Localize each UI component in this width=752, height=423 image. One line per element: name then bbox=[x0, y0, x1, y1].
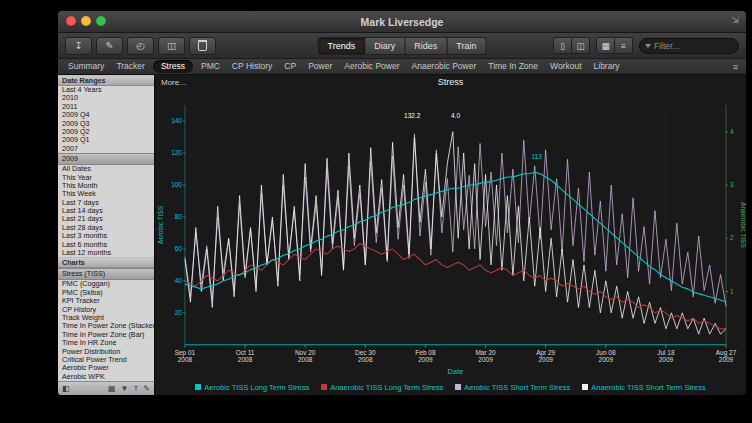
sidebar-item-this-month[interactable]: This Month bbox=[58, 182, 154, 190]
sidebar-item-last-7-days[interactable]: Last 7 days bbox=[58, 199, 154, 207]
svg-text:140: 140 bbox=[171, 117, 182, 124]
import-icon[interactable]: ↧ bbox=[65, 37, 92, 55]
annotation-132-2: 132.2 bbox=[404, 112, 421, 119]
tab-cp-history[interactable]: CP History bbox=[226, 59, 278, 74]
toolbar-segment-1: ▯◫ bbox=[553, 37, 590, 54]
content: Date RangesLast 4 Years201020112009 Q420… bbox=[58, 75, 746, 395]
single-pane-icon[interactable]: ▯ bbox=[553, 37, 572, 54]
sidebar-item-time-in-power-zone-stacked[interactable]: Time In Power Zone (Stacked) bbox=[58, 322, 154, 330]
svg-text:20: 20 bbox=[175, 309, 183, 316]
interval-timer-icon[interactable]: ◴ bbox=[127, 37, 154, 55]
sidebar-item-2010[interactable]: 2010 bbox=[58, 94, 154, 102]
sidebar-item-last-3-months[interactable]: Last 3 months bbox=[58, 232, 154, 240]
sidebar-item-cp-history[interactable]: CP History bbox=[58, 306, 154, 314]
tab-pmc[interactable]: PMC bbox=[195, 59, 226, 74]
compose-icon[interactable]: ✎ bbox=[96, 37, 123, 55]
sidebar-item-aerobic-wpk[interactable]: Aerobic WPK bbox=[58, 373, 154, 381]
tab-list: SummaryTrackerStressPMCCP HistoryCPPower… bbox=[62, 59, 729, 74]
toolbar-buttons: ↧✎◴◫ bbox=[65, 37, 216, 55]
more-link[interactable]: More... bbox=[161, 78, 186, 87]
sidebar-toggle-icon[interactable]: ◫ bbox=[158, 37, 185, 55]
chart-legend: Aerobic TISS Long Term StressAnaerobic T… bbox=[155, 379, 746, 395]
sidebar-item-stress-tiss[interactable]: Stress (TISS) bbox=[58, 268, 154, 280]
sidebar-item-2009-q2[interactable]: 2009 Q2 bbox=[58, 128, 154, 136]
chart-area: More... Stress Sep 012008Oct 112008Nov 2… bbox=[155, 75, 746, 395]
sidebar: Date RangesLast 4 Years201020112009 Q420… bbox=[58, 75, 155, 395]
list-view-icon[interactable]: ≡ bbox=[615, 37, 633, 54]
tab-power[interactable]: Power bbox=[302, 59, 338, 74]
sidebar-item-last-4-years[interactable]: Last 4 Years bbox=[58, 86, 154, 94]
minimize-button[interactable] bbox=[81, 16, 91, 26]
sidebar-item-2007[interactable]: 2007 bbox=[58, 145, 154, 153]
close-button[interactable] bbox=[66, 16, 76, 26]
zoom-button[interactable] bbox=[96, 16, 106, 26]
view-tab-train[interactable]: Train bbox=[447, 37, 486, 55]
toolbar-right: ▯◫▦≡ bbox=[553, 37, 739, 54]
tab-anaerobic-power[interactable]: Anaerobic Power bbox=[406, 59, 483, 74]
edit-pencil-icon[interactable]: ✎ bbox=[143, 384, 150, 393]
sidebar-item-this-year[interactable]: This Year bbox=[58, 174, 154, 182]
tab-summary[interactable]: Summary bbox=[62, 59, 110, 74]
svg-text:Nov 202008: Nov 202008 bbox=[295, 349, 316, 363]
filter-field[interactable] bbox=[639, 38, 739, 54]
tab-stress[interactable]: Stress bbox=[153, 60, 193, 73]
sidebar-item-2009[interactable]: 2009 bbox=[58, 153, 154, 165]
view-tab-trends[interactable]: Trends bbox=[318, 37, 366, 55]
trash-icon[interactable] bbox=[189, 37, 216, 55]
sidebar-item-aerobic-power[interactable]: Aerobic Power bbox=[58, 364, 154, 372]
legend-label: Aerobic TISS Long Term Stress bbox=[204, 383, 309, 392]
legend-label: Anaerobic TISS Short Term Stress bbox=[591, 383, 705, 392]
section-header-date-ranges[interactable]: Date Ranges bbox=[58, 75, 154, 86]
tab-aerobic-power[interactable]: Aerobic Power bbox=[338, 59, 405, 74]
sidebar-item-last-6-months[interactable]: Last 6 months bbox=[58, 241, 154, 249]
tab-tracker[interactable]: Tracker bbox=[110, 59, 151, 74]
sidebar-item-time-in-hr-zone[interactable]: Time In HR Zone bbox=[58, 339, 154, 347]
legend-label: Aerobic TISS Short Term Stress bbox=[464, 383, 570, 392]
tab-cp[interactable]: CP bbox=[278, 59, 302, 74]
text-tool-icon[interactable]: T bbox=[133, 384, 138, 393]
legend-item-aerobic-tiss-short-term-stress: Aerobic TISS Short Term Stress bbox=[455, 383, 570, 392]
tab-library[interactable]: Library bbox=[588, 59, 626, 74]
view-switcher: TrendsDiaryRidesTrain bbox=[318, 37, 487, 55]
chart-header: More... Stress bbox=[155, 75, 746, 89]
sidebar-item-track-weight[interactable]: Track Weight bbox=[58, 314, 154, 322]
sidebar-item-2009-q4[interactable]: 2009 Q4 bbox=[58, 111, 154, 119]
sidebar-item-2011[interactable]: 2011 bbox=[58, 103, 154, 111]
svg-text:Date: Date bbox=[448, 367, 464, 376]
sidebar-item-all-dates[interactable]: All Dates bbox=[58, 165, 154, 173]
tabbar-menu-icon[interactable]: ≡ bbox=[729, 62, 742, 72]
sidebar-item-2009-q3[interactable]: 2009 Q3 bbox=[58, 120, 154, 128]
stress-chart[interactable]: Sep 012008Oct 112008Nov 202008Dec 302008… bbox=[155, 89, 746, 379]
sidebar-item-2009-q1[interactable]: 2009 Q1 bbox=[58, 136, 154, 144]
sidebar-item-power-distribution[interactable]: Power Distribution bbox=[58, 348, 154, 356]
trash-can-shape bbox=[198, 40, 207, 51]
tile-view-icon[interactable]: ▦ bbox=[596, 37, 615, 54]
svg-text:3: 3 bbox=[730, 181, 734, 188]
sidebar-item-time-in-power-zone-bar[interactable]: Time In Power Zone (Bar) bbox=[58, 331, 154, 339]
toolbar: ↧✎◴◫ TrendsDiaryRidesTrain ▯◫▦≡ bbox=[58, 33, 746, 59]
view-tab-diary[interactable]: Diary bbox=[365, 37, 405, 55]
sidebar-item-last-14-days[interactable]: Last 14 days bbox=[58, 207, 154, 215]
svg-text:Feb 082009: Feb 082009 bbox=[415, 349, 436, 363]
sidebar-item-kpi-tracker[interactable]: KPI Tracker bbox=[58, 297, 154, 305]
sidebar-item-last-28-days[interactable]: Last 28 days bbox=[58, 224, 154, 232]
svg-text:120: 120 bbox=[171, 149, 182, 156]
svg-text:Mar 202009: Mar 202009 bbox=[475, 349, 496, 363]
sidebar-item-last-12-months[interactable]: Last 12 months bbox=[58, 249, 154, 257]
sidebar-item-last-21-days[interactable]: Last 21 days bbox=[58, 215, 154, 223]
view-tab-rides[interactable]: Rides bbox=[405, 37, 447, 55]
sidebar-item-critical-power-trend[interactable]: Critical Power Trend bbox=[58, 356, 154, 364]
sidebar-item-pmc-skiba[interactable]: PMC (Skiba) bbox=[58, 289, 154, 297]
sidebar-item-this-week[interactable]: This Week bbox=[58, 190, 154, 198]
tab-workout[interactable]: Workout bbox=[544, 59, 588, 74]
sidebar-item-pmc-coggan[interactable]: PMC (Coggan) bbox=[58, 280, 154, 288]
tab-time-in-zone[interactable]: Time In Zone bbox=[482, 59, 544, 74]
section-header-charts[interactable]: Charts bbox=[58, 257, 154, 268]
sidebar-panels-icon[interactable]: ◧ bbox=[62, 384, 70, 393]
annotation-113: 113 bbox=[531, 153, 542, 160]
filter-input[interactable] bbox=[654, 41, 733, 51]
filter-funnel-icon[interactable]: ▼ bbox=[120, 384, 128, 393]
split-pane-icon[interactable]: ◫ bbox=[572, 37, 590, 54]
grid-view-icon[interactable]: ▦ bbox=[108, 384, 116, 393]
fullscreen-icon[interactable]: ⇲ bbox=[731, 15, 739, 25]
